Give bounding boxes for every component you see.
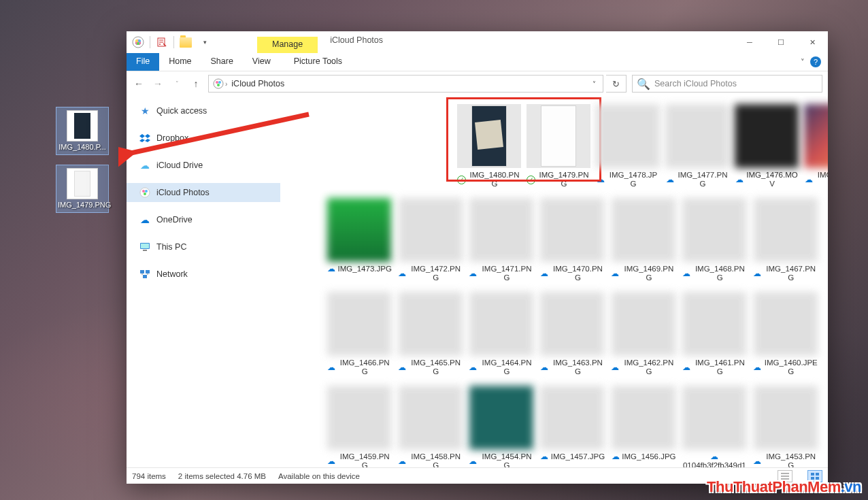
cloud-status-icon: ☁ xyxy=(327,457,335,466)
network-icon xyxy=(139,268,151,280)
search-input[interactable] xyxy=(654,79,818,88)
file-item[interactable]: ☁IMG_1453.PNG xyxy=(750,382,821,467)
file-item[interactable]: ☁IMG_1478.JPG xyxy=(593,100,663,191)
file-name: IMG_1468.PNG xyxy=(692,265,747,282)
file-item[interactable]: ☁IMG_1466.PNG xyxy=(324,288,395,379)
folder-icon[interactable] xyxy=(178,35,193,50)
file-caption: ☁IMG_1472.PNG xyxy=(397,265,463,282)
sidebar-item-dropbox[interactable]: Dropbox xyxy=(127,129,280,148)
file-item[interactable]: ☁IMG_1468.PNG xyxy=(679,194,750,285)
file-item[interactable]: ☁IMG_1459.PNG xyxy=(324,382,395,467)
file-item[interactable]: ☁IMG_1465.PNG xyxy=(395,288,465,379)
cloud-status-icon: ☁ xyxy=(469,457,478,466)
cloud-status-icon: ☁ xyxy=(611,452,620,461)
nav-forward-button[interactable]: → xyxy=(148,74,167,93)
minimize-button[interactable]: ─ xyxy=(734,31,765,53)
file-caption: ☁IMG_1456.JPG xyxy=(611,452,676,461)
file-item[interactable]: ☁IMG_1476.MOV xyxy=(732,100,801,191)
file-caption: ☁IMG_1454.PNG xyxy=(469,452,534,467)
nav-history-dropdown[interactable]: ˅ xyxy=(167,74,186,93)
nav-back-button[interactable]: ← xyxy=(129,74,148,93)
file-name: IMG_1470.PNG xyxy=(550,265,605,282)
file-item[interactable]: ☁0104fb3f2fb349d18f68808bfbdc6d9b.mov xyxy=(679,382,750,467)
desktop-icon-img1480[interactable]: IMG_1480.P... xyxy=(56,107,109,155)
file-caption: ☁IMG_1464.PNG xyxy=(469,359,534,376)
file-thumbnail xyxy=(682,198,746,262)
svg-point-11 xyxy=(217,84,220,86)
file-item[interactable]: ☁IMG_1464.PNG xyxy=(466,288,537,379)
tab-share[interactable]: Share xyxy=(201,53,243,71)
file-item[interactable]: ☁IMG_1472.PNG xyxy=(395,194,465,285)
sidebar-item-this-pc[interactable]: This PC xyxy=(127,237,280,256)
tab-file[interactable]: File xyxy=(127,53,159,71)
status-selection: 2 items selected 4.76 MB xyxy=(178,472,266,480)
file-thumbnail xyxy=(804,104,828,168)
file-item[interactable]: ☁IMG_1460.JPEG xyxy=(750,288,821,379)
cloud-status-icon: ☁ xyxy=(327,363,335,372)
sidebar-item-network[interactable]: Network xyxy=(127,265,280,284)
file-name: IMG_1460.JPEG xyxy=(764,359,818,376)
nav-up-button[interactable]: ↑ xyxy=(186,74,205,93)
sidebar-label: OneDrive xyxy=(156,215,193,224)
file-list-pane[interactable]: ✓IMG_1480.PNG ✓IMG_1479.PNG ☁IMG_1478.JP… xyxy=(280,96,828,467)
refresh-button[interactable]: ↻ xyxy=(606,75,627,93)
file-item[interactable]: ☁IMG_1458.PNG xyxy=(395,382,465,467)
navigation-pane: ★Quick access Dropbox ☁iCloud Drive iClo… xyxy=(127,96,280,467)
file-caption: ☁IMG_1458.PNG xyxy=(397,452,463,467)
search-box[interactable]: 🔍 xyxy=(632,75,822,93)
desktop-icon-img1479[interactable]: IMG_1479.PNG xyxy=(56,165,109,213)
file-item[interactable]: ☁IMG_1463.PNG xyxy=(537,288,607,379)
file-caption: ☁IMG_1453.PNG xyxy=(753,452,818,467)
file-item[interactable]: ☁IMG_1471.PNG xyxy=(466,194,537,285)
file-item[interactable]: ☁IMG_1477.PNG xyxy=(663,100,732,191)
file-name: IMG_1466.PNG xyxy=(337,359,392,376)
properties-icon[interactable] xyxy=(154,35,169,50)
cloud-status-icon: ☁ xyxy=(611,363,620,372)
sidebar-item-onedrive[interactable]: ☁OneDrive xyxy=(127,210,280,229)
file-item[interactable]: ☁IMG_1470.PNG xyxy=(537,194,607,285)
file-item[interactable]: ☁IMG_1457.JPG xyxy=(537,382,607,467)
address-bar[interactable]: › iCloud Photos ˅ xyxy=(208,75,603,93)
file-caption: ☁0104fb3f2fb349d18f68808bfbdc6d9b.mov xyxy=(682,452,747,467)
explorer-window: ▾ Manage iCloud Photos ─ ☐ ✕ File Home S… xyxy=(127,31,828,484)
file-item[interactable]: ☁IMG_1467.PNG xyxy=(750,194,821,285)
app-icon[interactable] xyxy=(131,35,146,50)
search-icon: 🔍 xyxy=(637,78,650,90)
qat-dropdown-icon[interactable]: ▾ xyxy=(197,35,212,50)
tab-picture-tools[interactable]: Picture Tools xyxy=(284,53,352,71)
address-dropdown-icon[interactable]: ˅ xyxy=(588,80,600,88)
cloud-status-icon: ☁ xyxy=(469,363,478,372)
file-item[interactable]: ☁IMG_1475.JPG xyxy=(801,100,828,191)
file-thumbnail xyxy=(67,110,98,141)
context-tab-manage[interactable]: Manage xyxy=(257,37,318,53)
tab-home[interactable]: Home xyxy=(159,53,201,71)
file-item[interactable]: ☁IMG_1469.PNG xyxy=(608,194,679,285)
file-item[interactable]: ✓IMG_1480.PNG xyxy=(454,100,524,191)
file-item[interactable]: ✓IMG_1479.PNG xyxy=(524,100,593,191)
sidebar-item-icloud-drive[interactable]: ☁iCloud Drive xyxy=(127,156,280,175)
ribbon-expand-icon[interactable]: ˅ xyxy=(801,58,805,67)
svg-point-9 xyxy=(216,81,218,84)
sidebar-item-icloud-photos[interactable]: iCloud Photos xyxy=(127,183,280,202)
file-item[interactable]: ☁IMG_1461.PNG xyxy=(679,288,750,379)
close-button[interactable]: ✕ xyxy=(797,31,828,53)
file-thumbnail xyxy=(540,198,604,262)
help-icon[interactable]: ? xyxy=(810,56,821,67)
svg-point-14 xyxy=(145,190,148,193)
tab-view[interactable]: View xyxy=(243,53,280,71)
svg-rect-21 xyxy=(143,275,147,278)
file-name: IMG_1463.PNG xyxy=(550,359,605,376)
cloud-status-icon: ☁ xyxy=(735,176,744,184)
svg-point-7 xyxy=(159,44,161,45)
breadcrumb-current[interactable]: iCloud Photos xyxy=(227,79,288,88)
file-item[interactable]: ☁IMG_1462.PNG xyxy=(608,288,679,379)
sidebar-label: Dropbox xyxy=(156,133,188,143)
computer-icon xyxy=(139,241,151,253)
titlebar[interactable]: ▾ Manage iCloud Photos ─ ☐ ✕ xyxy=(127,31,828,53)
maximize-button[interactable]: ☐ xyxy=(765,31,797,53)
file-item[interactable]: ☁IMG_1454.PNG xyxy=(466,382,537,467)
svg-point-4 xyxy=(138,39,141,42)
file-item[interactable]: ☁IMG_1456.JPG xyxy=(608,382,679,467)
file-item[interactable]: ☁IMG_1473.JPG xyxy=(324,194,395,285)
sidebar-item-quick-access[interactable]: ★Quick access xyxy=(127,101,280,120)
